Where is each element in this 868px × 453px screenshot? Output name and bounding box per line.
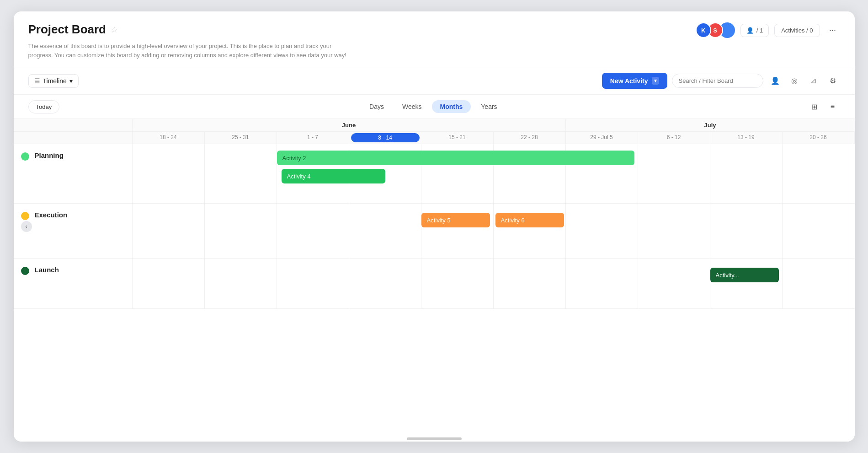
eye-icon-button[interactable]: ◎ <box>787 74 802 88</box>
july-label: July <box>566 119 855 131</box>
today-button[interactable]: Today <box>28 100 60 113</box>
tab-months[interactable]: Months <box>432 100 471 113</box>
list-view-button[interactable]: ≡ <box>825 99 840 114</box>
planning-cell-9 <box>710 144 783 203</box>
settings-icon-button[interactable]: ⚙ <box>825 74 840 88</box>
timeline-grid: June July 18 - 24 25 - 31 1 - 7 8 - 14 1… <box>14 119 855 432</box>
planning-cell-10 <box>783 144 855 203</box>
week-18-24: 18 - 24 <box>133 132 205 144</box>
week-25-31: 25 - 31 <box>205 132 277 144</box>
week-22-28: 22 - 28 <box>494 132 566 144</box>
activities-badge[interactable]: Activities / 0 <box>774 24 820 37</box>
planning-label: Planning <box>14 144 133 203</box>
launch-cell-7 <box>566 259 638 308</box>
planning-cell-8 <box>638 144 710 203</box>
members-badge[interactable]: 👤 / 1 <box>740 24 769 37</box>
month-header-row: June July <box>14 119 855 132</box>
view-selector[interactable]: ☰ Timeline ▾ <box>28 74 79 88</box>
tab-weeks[interactable]: Weeks <box>394 100 430 113</box>
week-13-19: 13 - 19 <box>710 132 783 144</box>
launch-group-row: Launch Activity... <box>14 259 855 309</box>
app-container: ‹ Project Board ☆ K S 👤 / 1 Activities / <box>14 11 855 442</box>
header-actions: K S 👤 / 1 Activities / 0 ··· <box>696 22 840 38</box>
view-label: Timeline <box>43 77 67 85</box>
week-header-row: 18 - 24 25 - 31 1 - 7 8 - 14 15 - 21 22 … <box>14 132 855 144</box>
toolbar-left: ☰ Timeline ▾ <box>28 74 79 88</box>
week-1-7: 1 - 7 <box>277 132 349 144</box>
timeline-icon: ☰ <box>34 77 40 85</box>
empty-week-cell <box>14 132 133 144</box>
execution-cell-6 <box>494 204 566 258</box>
activity-6-bar[interactable]: Activity 6 <box>495 213 564 227</box>
activity-2-bar[interactable]: Activity 2 <box>277 151 634 165</box>
launch-cell-1 <box>133 259 205 308</box>
june-label: June <box>133 119 566 131</box>
new-activity-label: New Activity <box>610 77 648 85</box>
execution-cell-1 <box>133 204 205 258</box>
execution-dot <box>21 212 29 220</box>
user-icon-button[interactable]: 👤 <box>768 74 783 88</box>
planning-dot <box>21 152 29 161</box>
tab-days[interactable]: Days <box>361 100 392 113</box>
execution-cell-4 <box>349 204 421 258</box>
launch-cell-8 <box>638 259 710 308</box>
filter-icon-button[interactable]: ⊿ <box>806 74 821 88</box>
activity-launch-bar[interactable]: Activity... <box>710 268 779 282</box>
execution-label: Execution <box>14 204 133 258</box>
timeline-right-icons: ⊞ ≡ <box>807 99 840 114</box>
members-count: / 1 <box>756 27 763 34</box>
tab-years[interactable]: Years <box>473 100 505 113</box>
execution-cell-8 <box>638 204 710 258</box>
person-icon: 👤 <box>746 27 754 34</box>
execution-cell-10 <box>783 204 855 258</box>
launch-label: Launch <box>14 259 133 308</box>
launch-dot <box>21 267 29 275</box>
week-20-26: 20 - 26 <box>783 132 855 144</box>
execution-group-row: Execution Activity 5Activity 6 <box>14 204 855 259</box>
planning-cell-1 <box>133 144 205 203</box>
execution-cell-5 <box>421 204 494 258</box>
toolbar: ☰ Timeline ▾ New Activity ▾ 👤 ◎ ⊿ ⚙ <box>14 67 855 95</box>
launch-cell-9 <box>710 259 783 308</box>
page-header: Project Board ☆ K S 👤 / 1 Activities / 0… <box>14 11 855 67</box>
execution-cell-3 <box>277 204 349 258</box>
planning-cell-2 <box>205 144 277 203</box>
execution-cell-7 <box>566 204 638 258</box>
period-tabs: Days Weeks Months Years <box>361 100 506 113</box>
search-input[interactable] <box>672 74 763 88</box>
page-subtitle: The essence of this board is to provide … <box>28 42 357 59</box>
scrollbar-area <box>14 432 855 442</box>
new-activity-dropdown[interactable]: ▾ <box>652 77 659 85</box>
week-6-12: 6 - 12 <box>638 132 710 144</box>
avatar-group: K S <box>696 22 735 38</box>
favorite-icon[interactable]: ☆ <box>111 25 118 35</box>
page-title: Project Board <box>28 22 107 37</box>
title-section: Project Board ☆ <box>28 22 118 37</box>
chevron-down-icon: ▾ <box>69 77 73 85</box>
more-button[interactable]: ··· <box>825 23 840 38</box>
avatar-k: K <box>696 22 711 38</box>
execution-cell-2 <box>205 204 277 258</box>
launch-cell-4 <box>349 259 421 308</box>
toolbar-right: New Activity ▾ 👤 ◎ ⊿ ⚙ <box>602 73 840 89</box>
launch-cell-2 <box>205 259 277 308</box>
activity-5-bar[interactable]: Activity 5 <box>421 213 490 227</box>
week-15-21: 15 - 21 <box>421 132 494 144</box>
activity-4-bar[interactable]: Activity 4 <box>282 169 385 183</box>
empty-month-cell <box>14 119 133 131</box>
week-29-jul5: 29 - Jul 5 <box>566 132 638 144</box>
launch-cell-5 <box>421 259 494 308</box>
new-activity-button[interactable]: New Activity ▾ <box>602 73 667 89</box>
launch-cell-10 <box>783 259 855 308</box>
launch-cell-6 <box>494 259 566 308</box>
launch-cell-3 <box>277 259 349 308</box>
grid-view-button[interactable]: ⊞ <box>807 99 822 114</box>
activities-label: Activities / 0 <box>781 27 813 34</box>
execution-cell-9 <box>710 204 783 258</box>
week-8-14-highlighted: 8 - 14 <box>351 133 420 142</box>
scrollbar-thumb[interactable] <box>407 437 462 440</box>
timeline-controls: Today Days Weeks Months Years ⊞ ≡ <box>14 95 855 119</box>
planning-group-row: Planning Activity 2Activity 4 <box>14 144 855 204</box>
